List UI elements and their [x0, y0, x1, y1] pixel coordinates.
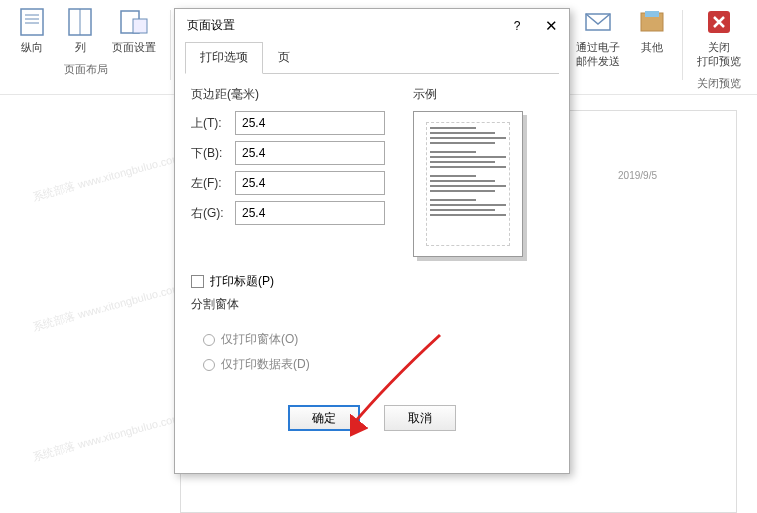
dialog-titlebar: 页面设置 ? ✕: [175, 9, 569, 42]
radio-datasheet-label: 仅打印数据表(D): [221, 356, 310, 373]
split-form-title: 分割窗体: [191, 296, 553, 313]
radio-icon: [203, 334, 215, 346]
margins-title: 页边距(毫米): [191, 86, 397, 103]
ribbon-group-send: 通过电子 邮件发送 其他: [566, 4, 678, 70]
page-preview: [413, 111, 523, 257]
page-portrait-icon: [16, 6, 48, 38]
margin-top-input[interactable]: 25.4: [235, 111, 385, 135]
radio-print-form-only[interactable]: 仅打印窗体(O): [203, 327, 553, 352]
preview-title: 示例: [413, 86, 553, 103]
margin-bottom-input[interactable]: 25.4: [235, 141, 385, 165]
page-setup-icon: [118, 6, 150, 38]
document-date: 2019/9/5: [618, 170, 657, 181]
radio-print-datasheet-only[interactable]: 仅打印数据表(D): [203, 352, 553, 377]
help-button[interactable]: ?: [509, 18, 525, 34]
close-preview-label: 关闭 打印预览: [697, 40, 741, 68]
email-button[interactable]: 通过电子 邮件发送: [572, 4, 624, 70]
cancel-button[interactable]: 取消: [384, 405, 456, 431]
page-setup-label: 页面设置: [112, 40, 156, 54]
columns-icon: [64, 6, 96, 38]
radio-form-label: 仅打印窗体(O): [221, 331, 298, 348]
svg-rect-7: [133, 19, 147, 33]
email-label: 通过电子 邮件发送: [576, 40, 620, 68]
divider: [170, 10, 171, 80]
other-label: 其他: [641, 40, 663, 54]
tab-page[interactable]: 页: [263, 42, 305, 73]
print-title-checkbox[interactable]: [191, 275, 204, 288]
ribbon-group-close: 关闭 打印预览 关闭预览: [687, 4, 751, 91]
orientation-label: 纵向: [21, 40, 43, 54]
close-button[interactable]: ✕: [543, 18, 559, 34]
margin-top-label: 上(T):: [191, 115, 235, 132]
ribbon-group-layout: 纵向 列 页面设置 页面布局: [6, 4, 166, 77]
page-setup-button[interactable]: 页面设置: [108, 4, 160, 56]
dialog-tabs: 打印选项 页: [185, 42, 559, 74]
margin-right-label: 右(G):: [191, 205, 235, 222]
columns-button[interactable]: 列: [60, 4, 100, 56]
margin-bottom-label: 下(B):: [191, 145, 235, 162]
page-setup-dialog: 页面设置 ? ✕ 打印选项 页 页边距(毫米) 上(T): 25.4 下(B):…: [174, 8, 570, 474]
orientation-button[interactable]: 纵向: [12, 4, 52, 56]
other-button[interactable]: 其他: [632, 4, 672, 70]
print-title-label: 打印标题(P): [210, 273, 274, 290]
close-group-title: 关闭预览: [697, 76, 741, 91]
margin-left-label: 左(F):: [191, 175, 235, 192]
close-preview-button[interactable]: 关闭 打印预览: [693, 4, 745, 70]
svg-rect-12: [645, 11, 659, 17]
margin-left-input[interactable]: 25.4: [235, 171, 385, 195]
divider: [682, 10, 683, 80]
email-icon: [582, 6, 614, 38]
print-title-row[interactable]: 打印标题(P): [175, 271, 569, 292]
dialog-title: 页面设置: [187, 17, 235, 34]
tab-print-options[interactable]: 打印选项: [185, 42, 263, 74]
svg-rect-0: [21, 9, 43, 35]
columns-label: 列: [75, 40, 86, 54]
close-icon: [703, 6, 735, 38]
ok-button[interactable]: 确定: [288, 405, 360, 431]
layout-group-title: 页面布局: [64, 62, 108, 77]
margin-right-input[interactable]: 25.4: [235, 201, 385, 225]
other-icon: [636, 6, 668, 38]
radio-icon: [203, 359, 215, 371]
